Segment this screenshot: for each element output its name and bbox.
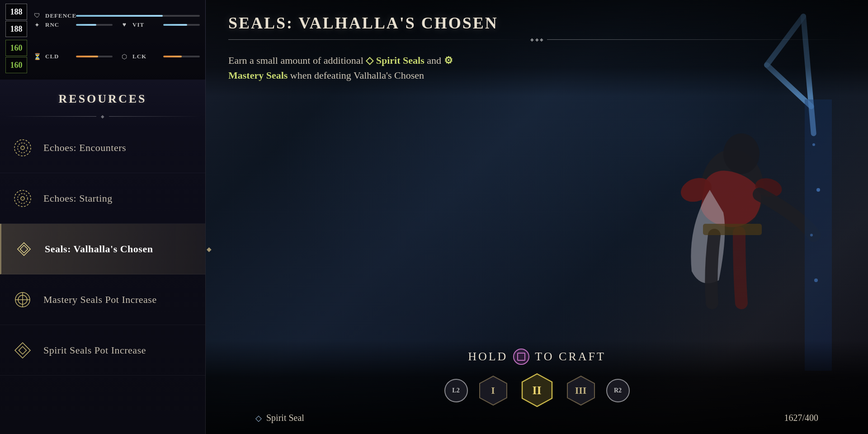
svg-rect-18 xyxy=(703,224,762,235)
mastery-label: Mastery Seals xyxy=(228,70,288,81)
mastery-gear-inline: ⚙ xyxy=(444,55,453,66)
svg-point-21 xyxy=(816,188,820,192)
resources-divider: ◆ xyxy=(0,114,205,119)
info-panel: SEALS: VALHALLA'S CHOSEN ◆ ◆ ◆ Earn a sm… xyxy=(206,0,868,96)
divider-diamond: ◆ xyxy=(101,114,104,119)
desc-and: and xyxy=(427,55,441,66)
svg-point-22 xyxy=(810,234,813,236)
tier-2-label: II xyxy=(532,384,541,397)
tier-3-label: III xyxy=(575,385,587,396)
stat-items: 🛡 DEFENCE ✦ RNC ♥ VIT xyxy=(33,12,200,29)
defence-label: DEFENCE xyxy=(45,12,72,19)
vit-label: VIT xyxy=(132,21,160,28)
svg-point-4 xyxy=(18,193,28,203)
menu-items: Echoes: Encounters Echoes: Starting S xyxy=(0,123,205,434)
spirit-seals-icon xyxy=(11,339,34,362)
stats-section: 188 188 🛡 DEFENCE ✦ RNC ♥ VIT xyxy=(0,0,205,80)
spirit-diamond-icon: ◇ xyxy=(255,413,262,423)
sidebar-item-seals-valhalla[interactable]: Seals: Valhalla's Chosen xyxy=(0,224,205,274)
seals-valhalla-icon xyxy=(12,237,36,261)
svg-point-1 xyxy=(18,143,28,153)
resources-title: RESOURCES xyxy=(0,80,205,114)
sidebar-item-echoes-starting[interactable]: Echoes: Starting xyxy=(0,173,205,224)
left-panel: 188 188 🛡 DEFENCE ✦ RNC ♥ VIT xyxy=(0,0,206,434)
divider-line-right xyxy=(547,39,845,40)
svg-rect-12 xyxy=(15,343,30,358)
svg-point-0 xyxy=(14,140,31,156)
detail-title: SEALS: VALHALLA'S CHOSEN xyxy=(228,14,845,33)
svg-point-5 xyxy=(21,197,24,200)
lck-label: LCK xyxy=(132,53,160,60)
craft-button-icon[interactable] xyxy=(513,349,529,365)
cld-icon: ⏳ xyxy=(33,53,42,61)
cld-label: CLD xyxy=(45,53,72,60)
svg-point-15 xyxy=(723,133,760,174)
divider-line-left xyxy=(228,39,527,40)
lck-bar xyxy=(163,56,200,57)
seals-valhalla-label: Seals: Valhalla's Chosen xyxy=(45,243,153,255)
spirit-diamond-inline: ◇ xyxy=(366,55,376,66)
tier-2-button[interactable]: II xyxy=(519,372,556,409)
spirit-seals-label: Spirit Seals Pot Increase xyxy=(43,344,146,356)
rnc-bar xyxy=(76,24,113,26)
title-divider: ◆ ◆ ◆ xyxy=(228,37,845,42)
defence-icon: 🛡 xyxy=(33,12,42,19)
mastery-seals-icon xyxy=(11,288,34,311)
mastery-seals-label: Mastery Seals Pot Increase xyxy=(43,294,157,306)
echoes-encounters-icon xyxy=(11,136,34,160)
hold-craft-row: HOLD TO CRAFT xyxy=(228,349,845,365)
vit-bar xyxy=(163,24,200,26)
stat-row-defence: 188 188 🛡 DEFENCE ✦ RNC ♥ VIT xyxy=(5,4,200,37)
stat-row-cld: 160 160 ⏳ CLD ⬡ LCK xyxy=(5,40,200,73)
svg-point-2 xyxy=(21,146,24,150)
echoes-starting-icon xyxy=(11,187,34,210)
tier-1-label: I xyxy=(491,385,495,396)
rnc-stat: ✦ RNC ♥ VIT xyxy=(33,21,200,29)
info-description: Earn a small amount of additional ◇ Spir… xyxy=(228,53,454,83)
svg-rect-7 xyxy=(20,245,28,253)
rnc-label: RNC xyxy=(45,21,72,28)
spirit-label: Spirit Seals xyxy=(376,55,425,66)
svg-point-23 xyxy=(814,278,818,282)
sidebar-item-mastery-seals[interactable]: Mastery Seals Pot Increase xyxy=(0,274,205,325)
right-panel: SEALS: VALHALLA'S CHOSEN ◆ ◆ ◆ Earn a sm… xyxy=(206,0,868,434)
hold-label: HOLD xyxy=(468,350,508,363)
stat-value-bot: 188 xyxy=(5,21,27,37)
svg-point-20 xyxy=(812,143,815,146)
to-craft-label: TO CRAFT xyxy=(535,350,606,363)
stat-value-green-top: 160 xyxy=(5,40,27,56)
tier-3-button[interactable]: III xyxy=(565,374,597,407)
defence-stat: 🛡 DEFENCE xyxy=(33,12,200,19)
sidebar-item-echoes-encounters[interactable]: Echoes: Encounters xyxy=(0,123,205,173)
craft-bar: HOLD TO CRAFT L2 I II xyxy=(206,340,868,434)
defence-bar xyxy=(76,15,200,17)
lck-icon: ⬡ xyxy=(120,53,129,61)
stat-value-top: 188 xyxy=(5,4,27,20)
desc-part-1: Earn a small amount of additional xyxy=(228,55,363,66)
spirit-seal-label-group: ◇ Spirit Seal xyxy=(255,413,304,423)
spirit-seal-count: 1627/400 xyxy=(784,413,818,423)
sidebar-item-spirit-seals[interactable]: Spirit Seals Pot Increase xyxy=(0,325,205,376)
desc-part-3: when defeating Valhalla's Chosen xyxy=(290,70,424,81)
spirit-seal-label: Spirit Seal xyxy=(266,413,304,423)
cld-stat: ⏳ CLD ⬡ LCK xyxy=(33,53,200,61)
spirit-seal-row: ◇ Spirit Seal 1627/400 xyxy=(228,413,845,423)
character-silhouette xyxy=(606,99,832,371)
tier-selector: L2 I II III R2 xyxy=(228,372,845,409)
stat-value-green-bot: 160 xyxy=(5,57,27,73)
svg-point-3 xyxy=(14,190,31,207)
square-button-symbol xyxy=(517,353,525,361)
stat-items-2: ⏳ CLD ⬡ LCK xyxy=(33,53,200,61)
trigger-r2-button[interactable]: R2 xyxy=(606,379,630,402)
rnc-icon: ✦ xyxy=(33,21,42,29)
tier-1-button[interactable]: I xyxy=(477,374,509,407)
svg-rect-19 xyxy=(805,99,832,371)
title-divider-diamond: ◆ ◆ ◆ xyxy=(530,37,543,42)
echoes-encounters-label: Echoes: Encounters xyxy=(43,142,126,154)
cld-bar xyxy=(76,56,113,57)
svg-rect-13 xyxy=(19,346,27,354)
echoes-starting-label: Echoes: Starting xyxy=(43,193,113,204)
trigger-l2-button[interactable]: L2 xyxy=(444,379,468,402)
svg-rect-6 xyxy=(18,242,30,255)
vit-icon: ♥ xyxy=(120,21,129,28)
